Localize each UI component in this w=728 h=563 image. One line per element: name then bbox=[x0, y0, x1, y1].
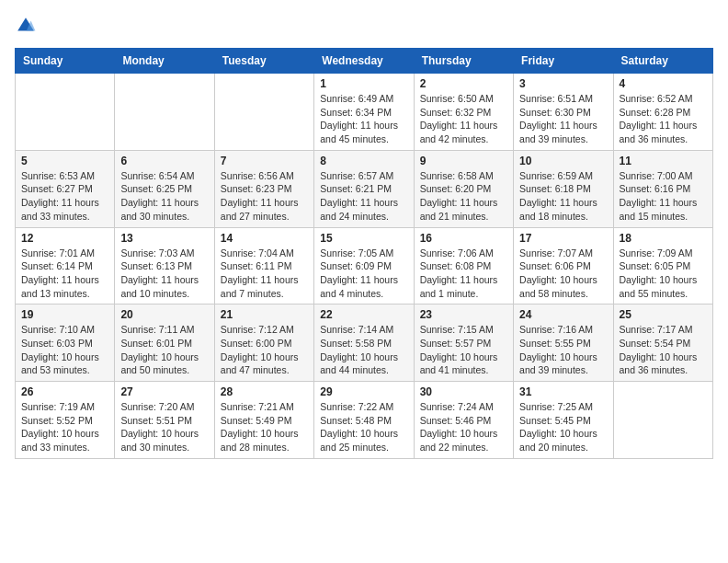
calendar-cell: 13Sunrise: 7:03 AM Sunset: 6:13 PM Dayli… bbox=[115, 227, 214, 304]
day-info: Sunrise: 6:58 AM Sunset: 6:20 PM Dayligh… bbox=[420, 169, 507, 224]
day-info: Sunrise: 7:20 AM Sunset: 5:51 PM Dayligh… bbox=[120, 400, 208, 454]
day-info: Sunrise: 7:22 AM Sunset: 5:48 PM Dayligh… bbox=[320, 400, 407, 454]
day-info: Sunrise: 6:50 AM Sunset: 6:32 PM Dayligh… bbox=[420, 92, 507, 146]
calendar-cell: 24Sunrise: 7:16 AM Sunset: 5:55 PM Dayli… bbox=[514, 304, 613, 382]
day-info: Sunrise: 7:19 AM Sunset: 5:52 PM Dayligh… bbox=[21, 400, 108, 454]
day-number: 20 bbox=[120, 308, 208, 321]
calendar-cell: 9Sunrise: 6:58 AM Sunset: 6:20 PM Daylig… bbox=[414, 150, 513, 227]
day-info: Sunrise: 7:25 AM Sunset: 5:45 PM Dayligh… bbox=[519, 400, 607, 454]
calendar-cell: 26Sunrise: 7:19 AM Sunset: 5:52 PM Dayli… bbox=[16, 382, 115, 459]
day-info: Sunrise: 6:56 AM Sunset: 6:23 PM Dayligh… bbox=[221, 169, 308, 224]
calendar-cell: 28Sunrise: 7:21 AM Sunset: 5:49 PM Dayli… bbox=[214, 382, 313, 459]
calendar-week-row: 12Sunrise: 7:01 AM Sunset: 6:14 PM Dayli… bbox=[16, 227, 713, 304]
calendar-cell: 27Sunrise: 7:20 AM Sunset: 5:51 PM Dayli… bbox=[115, 382, 214, 459]
day-number: 14 bbox=[221, 232, 308, 245]
day-info: Sunrise: 7:14 AM Sunset: 5:58 PM Dayligh… bbox=[320, 323, 407, 377]
calendar-cell: 30Sunrise: 7:24 AM Sunset: 5:46 PM Dayli… bbox=[414, 382, 513, 459]
calendar-cell: 20Sunrise: 7:11 AM Sunset: 6:01 PM Dayli… bbox=[115, 304, 214, 382]
day-info: Sunrise: 7:06 AM Sunset: 6:08 PM Dayligh… bbox=[420, 247, 507, 301]
day-number: 18 bbox=[620, 232, 707, 245]
col-header-sunday: Sunday bbox=[16, 49, 115, 74]
calendar-cell bbox=[613, 382, 712, 459]
day-info: Sunrise: 6:51 AM Sunset: 6:30 PM Dayligh… bbox=[519, 92, 607, 146]
col-header-friday: Friday bbox=[514, 49, 613, 74]
calendar-cell: 4Sunrise: 6:52 AM Sunset: 6:28 PM Daylig… bbox=[613, 74, 712, 151]
day-number: 26 bbox=[21, 385, 108, 398]
day-number: 11 bbox=[620, 155, 707, 167]
day-number: 25 bbox=[620, 308, 707, 321]
calendar-header-row: SundayMondayTuesdayWednesdayThursdayFrid… bbox=[16, 49, 713, 74]
calendar-cell: 19Sunrise: 7:10 AM Sunset: 6:03 PM Dayli… bbox=[16, 304, 115, 382]
day-number: 12 bbox=[21, 232, 108, 245]
day-number: 19 bbox=[21, 308, 108, 321]
calendar-cell: 17Sunrise: 7:07 AM Sunset: 6:06 PM Dayli… bbox=[514, 227, 613, 304]
col-header-tuesday: Tuesday bbox=[214, 49, 313, 74]
day-info: Sunrise: 7:17 AM Sunset: 5:54 PM Dayligh… bbox=[620, 323, 707, 377]
day-number: 10 bbox=[519, 155, 607, 167]
day-number: 2 bbox=[420, 77, 507, 90]
day-number: 16 bbox=[420, 232, 507, 245]
day-info: Sunrise: 7:24 AM Sunset: 5:46 PM Dayligh… bbox=[420, 400, 507, 454]
day-number: 17 bbox=[519, 232, 607, 245]
day-number: 7 bbox=[221, 155, 308, 167]
day-info: Sunrise: 6:54 AM Sunset: 6:25 PM Dayligh… bbox=[120, 169, 208, 224]
calendar-table: SundayMondayTuesdayWednesdayThursdayFrid… bbox=[15, 48, 713, 459]
calendar-cell: 16Sunrise: 7:06 AM Sunset: 6:08 PM Dayli… bbox=[414, 227, 513, 304]
logo bbox=[15, 15, 40, 37]
calendar-cell: 12Sunrise: 7:01 AM Sunset: 6:14 PM Dayli… bbox=[16, 227, 115, 304]
calendar-cell: 23Sunrise: 7:15 AM Sunset: 5:57 PM Dayli… bbox=[414, 304, 513, 382]
day-info: Sunrise: 7:03 AM Sunset: 6:13 PM Dayligh… bbox=[120, 247, 208, 301]
calendar-cell: 3Sunrise: 6:51 AM Sunset: 6:30 PM Daylig… bbox=[514, 74, 613, 151]
calendar-cell: 21Sunrise: 7:12 AM Sunset: 6:00 PM Dayli… bbox=[214, 304, 313, 382]
calendar-cell: 10Sunrise: 6:59 AM Sunset: 6:18 PM Dayli… bbox=[514, 150, 613, 227]
day-info: Sunrise: 7:04 AM Sunset: 6:11 PM Dayligh… bbox=[221, 247, 308, 301]
calendar-week-row: 5Sunrise: 6:53 AM Sunset: 6:27 PM Daylig… bbox=[16, 150, 713, 227]
day-number: 31 bbox=[519, 385, 607, 398]
col-header-wednesday: Wednesday bbox=[314, 49, 414, 74]
col-header-thursday: Thursday bbox=[414, 49, 513, 74]
calendar-cell: 5Sunrise: 6:53 AM Sunset: 6:27 PM Daylig… bbox=[16, 150, 115, 227]
calendar-cell: 29Sunrise: 7:22 AM Sunset: 5:48 PM Dayli… bbox=[314, 382, 414, 459]
day-number: 29 bbox=[320, 385, 407, 398]
day-info: Sunrise: 6:59 AM Sunset: 6:18 PM Dayligh… bbox=[519, 169, 607, 224]
calendar-cell bbox=[16, 74, 115, 151]
day-info: Sunrise: 6:49 AM Sunset: 6:34 PM Dayligh… bbox=[320, 92, 407, 146]
day-info: Sunrise: 6:53 AM Sunset: 6:27 PM Dayligh… bbox=[21, 169, 108, 224]
day-number: 15 bbox=[320, 232, 407, 245]
day-info: Sunrise: 7:21 AM Sunset: 5:49 PM Dayligh… bbox=[221, 400, 308, 454]
day-info: Sunrise: 7:12 AM Sunset: 6:00 PM Dayligh… bbox=[221, 323, 308, 377]
calendar-week-row: 26Sunrise: 7:19 AM Sunset: 5:52 PM Dayli… bbox=[16, 382, 713, 459]
day-info: Sunrise: 6:57 AM Sunset: 6:21 PM Dayligh… bbox=[320, 169, 407, 224]
calendar-cell: 1Sunrise: 6:49 AM Sunset: 6:34 PM Daylig… bbox=[314, 74, 414, 151]
day-number: 9 bbox=[420, 155, 507, 167]
calendar-cell: 11Sunrise: 7:00 AM Sunset: 6:16 PM Dayli… bbox=[613, 150, 712, 227]
day-info: Sunrise: 7:16 AM Sunset: 5:55 PM Dayligh… bbox=[519, 323, 607, 377]
calendar-cell: 14Sunrise: 7:04 AM Sunset: 6:11 PM Dayli… bbox=[214, 227, 313, 304]
day-number: 1 bbox=[320, 77, 407, 90]
day-number: 5 bbox=[21, 155, 108, 167]
calendar-week-row: 19Sunrise: 7:10 AM Sunset: 6:03 PM Dayli… bbox=[16, 304, 713, 382]
day-number: 22 bbox=[320, 308, 407, 321]
day-info: Sunrise: 7:00 AM Sunset: 6:16 PM Dayligh… bbox=[620, 169, 707, 224]
day-info: Sunrise: 7:15 AM Sunset: 5:57 PM Dayligh… bbox=[420, 323, 507, 377]
calendar-week-row: 1Sunrise: 6:49 AM Sunset: 6:34 PM Daylig… bbox=[16, 74, 713, 151]
day-info: Sunrise: 7:09 AM Sunset: 6:05 PM Dayligh… bbox=[620, 247, 707, 301]
day-info: Sunrise: 7:01 AM Sunset: 6:14 PM Dayligh… bbox=[21, 247, 108, 301]
day-number: 24 bbox=[519, 308, 607, 321]
day-number: 30 bbox=[420, 385, 507, 398]
col-header-saturday: Saturday bbox=[613, 49, 712, 74]
page-header bbox=[15, 15, 713, 37]
day-info: Sunrise: 7:10 AM Sunset: 6:03 PM Dayligh… bbox=[21, 323, 108, 377]
day-number: 13 bbox=[120, 232, 208, 245]
day-number: 28 bbox=[221, 385, 308, 398]
day-number: 27 bbox=[120, 385, 208, 398]
calendar-cell: 15Sunrise: 7:05 AM Sunset: 6:09 PM Dayli… bbox=[314, 227, 414, 304]
day-number: 8 bbox=[320, 155, 407, 167]
calendar-cell: 22Sunrise: 7:14 AM Sunset: 5:58 PM Dayli… bbox=[314, 304, 414, 382]
day-info: Sunrise: 7:07 AM Sunset: 6:06 PM Dayligh… bbox=[519, 247, 607, 301]
day-info: Sunrise: 7:05 AM Sunset: 6:09 PM Dayligh… bbox=[320, 247, 407, 301]
day-number: 6 bbox=[120, 155, 208, 167]
day-number: 3 bbox=[519, 77, 607, 90]
calendar-cell: 7Sunrise: 6:56 AM Sunset: 6:23 PM Daylig… bbox=[214, 150, 313, 227]
calendar-cell: 6Sunrise: 6:54 AM Sunset: 6:25 PM Daylig… bbox=[115, 150, 214, 227]
